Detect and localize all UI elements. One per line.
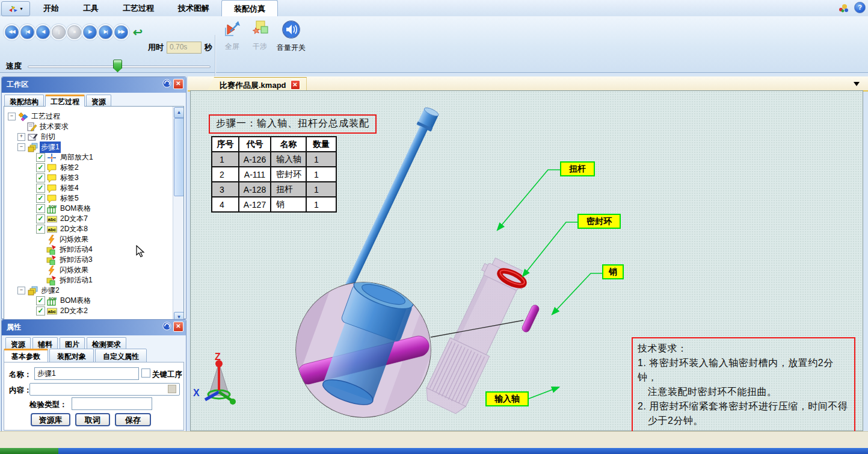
part-label-torsion-bar[interactable]: 扭杆	[560, 161, 595, 176]
ribbon-tab-5[interactable]: 装配仿真	[221, 0, 278, 17]
visibility-checkbox[interactable]: ✓	[36, 214, 45, 223]
tree-item-2D文本2[interactable]: ✓abc2D文本2	[4, 306, 183, 316]
pin-part[interactable]	[521, 304, 540, 334]
tree-item-工艺过程[interactable]: −工艺过程	[4, 111, 183, 122]
ribbon-tab-4[interactable]: 技术图解	[166, 0, 221, 16]
fast-forward-button[interactable]: ▶▶	[114, 25, 128, 39]
content-grip[interactable]	[168, 385, 176, 393]
elapsed-value-field[interactable]: 0.70s	[167, 42, 202, 54]
tree-item-拆卸活动3[interactable]: 拆卸活动3	[4, 255, 183, 265]
volume-toggle-button[interactable]: 音量开关	[274, 20, 309, 53]
pin-panel-icon[interactable]	[162, 79, 171, 88]
tree-item-BOM表格[interactable]: ✓BOMBOM表格	[4, 296, 183, 306]
techreq-icon	[26, 122, 37, 132]
close-panel-icon[interactable]: ✕	[173, 79, 183, 89]
save-button[interactable]: 保存	[115, 413, 151, 426]
collapse-toggle-icon[interactable]: −	[17, 287, 25, 294]
fullscreen-button[interactable]: 全屏	[218, 20, 247, 52]
document-close-icon[interactable]: ✕	[291, 80, 300, 90]
tree-item-label: 步骤2	[40, 285, 61, 296]
tree-item-标签2[interactable]: ✓标签2	[4, 163, 183, 173]
properties-subtab-1[interactable]: 基本参数	[4, 349, 48, 362]
name-input[interactable]	[34, 367, 139, 380]
properties-subtab-3[interactable]: 自定义属性	[95, 349, 147, 362]
part-label-pin[interactable]: 销	[602, 264, 624, 279]
part-label-input-shaft[interactable]: 输入轴	[485, 391, 529, 406]
tree-item-步骤1[interactable]: −步骤1	[4, 142, 183, 152]
inspect-type-input[interactable]	[72, 397, 152, 410]
properties-title: 属性	[7, 323, 21, 331]
stop-button[interactable]: ■	[67, 25, 81, 39]
tree-item-局部放大1[interactable]: ✓局部放大1	[4, 152, 183, 163]
ribbon-tab-3[interactable]: 工艺过程	[111, 0, 166, 16]
part-label-seal-ring[interactable]: 密封环	[577, 214, 621, 229]
content-input[interactable]	[29, 383, 180, 396]
viewport-3d[interactable]: Z X 步骤一：输入轴、扭杆分总成装配 序号代号名称数量 1A-126输入轴12…	[190, 90, 863, 431]
speed-slider-thumb[interactable]	[113, 60, 122, 72]
skip-to-start-button[interactable]: |◀	[20, 25, 34, 39]
visibility-checkbox[interactable]: ✓	[36, 296, 45, 305]
orientation-triad: Z X	[193, 352, 236, 405]
elapsed-unit: 秒	[205, 42, 212, 53]
workspace-tabs: 装配结构工艺过程资源	[2, 93, 186, 106]
tree-item-技术要求[interactable]: 技术要求	[4, 122, 183, 132]
key-process-checkbox[interactable]	[141, 368, 150, 378]
properties-tab-1[interactable]: 资源	[5, 337, 31, 349]
rewind-button[interactable]: ◀◀	[5, 25, 19, 39]
tree-item-步骤2[interactable]: −步骤2	[4, 285, 183, 296]
tree-item-BOM表格[interactable]: ✓BOMBOM表格	[4, 204, 183, 214]
visibility-checkbox[interactable]: ✓	[36, 194, 45, 203]
pin-panel-icon[interactable]	[162, 322, 171, 331]
close-panel-icon[interactable]: ✕	[173, 322, 183, 332]
tree-scrollbar[interactable]: ▲ ▼	[173, 107, 183, 323]
workspace-tab-2[interactable]: 工艺过程	[45, 95, 85, 107]
pause-button[interactable]: ||	[52, 25, 66, 39]
volume-icon	[282, 20, 301, 39]
properties-tab-3[interactable]: 图片	[60, 337, 85, 349]
visibility-checkbox[interactable]: ✓	[36, 153, 45, 162]
tree-item-2D文本7[interactable]: ✓abc2D文本7	[4, 214, 183, 224]
visibility-checkbox[interactable]: ✓	[36, 306, 45, 316]
scroll-up-icon[interactable]: ▲	[174, 107, 184, 118]
ribbon-tab-1[interactable]: 开始	[31, 0, 71, 16]
expand-toggle-icon[interactable]: +	[17, 133, 25, 141]
interference-button[interactable]: 干涉	[245, 20, 274, 52]
properties-tab-2[interactable]: 辅料	[32, 337, 58, 349]
tree-item-闪烁效果[interactable]: 闪烁效果	[4, 265, 183, 275]
workspace-tab-1[interactable]: 装配结构	[4, 95, 44, 107]
step-back-button[interactable]: ◀	[36, 25, 50, 39]
language-icon[interactable]	[837, 3, 851, 13]
play-button[interactable]: ▶	[83, 25, 97, 39]
tree-item-标签5[interactable]: ✓标签5	[4, 193, 183, 204]
tree-item-拆卸活动1[interactable]: 拆卸活动1	[4, 275, 183, 285]
tab-list-dropdown-icon[interactable]	[854, 82, 860, 89]
tree-item-标签3[interactable]: ✓标签3	[4, 173, 183, 183]
collapse-toggle-icon[interactable]: −	[17, 143, 25, 151]
basic-params-form: 名称： 关键工序 内容： 检验类型： 资源库 取词 保存	[4, 362, 184, 431]
visibility-checkbox[interactable]: ✓	[36, 184, 45, 193]
skip-to-end-button[interactable]: ▶|	[99, 25, 112, 39]
visibility-checkbox[interactable]: ✓	[36, 163, 45, 172]
help-button[interactable]: ?	[854, 2, 866, 13]
visibility-checkbox[interactable]: ✓	[36, 173, 45, 182]
collapse-toggle-icon[interactable]: −	[8, 113, 16, 120]
tree-item-label: 步骤1	[40, 141, 61, 153]
tree-item-剖切[interactable]: +剖切	[4, 132, 183, 142]
ribbon-tab-2[interactable]: 工具	[71, 0, 111, 16]
properties-subtab-2[interactable]: 装配对象	[49, 349, 94, 362]
properties-tab-4[interactable]: 检测要求	[87, 337, 126, 349]
workspace-tab-3[interactable]: 资源	[86, 95, 111, 107]
tree-item-标签4[interactable]: ✓标签4	[4, 183, 183, 193]
app-menu-button[interactable]: ▾	[1, 1, 30, 16]
tree-item-2D文本8[interactable]: ✓abc2D文本8	[4, 224, 183, 234]
visibility-checkbox[interactable]: ✓	[36, 204, 45, 213]
visibility-checkbox[interactable]: ✓	[36, 225, 45, 234]
resource-library-button[interactable]: 资源库	[31, 413, 70, 426]
bom-header-cell: 数量	[306, 137, 336, 152]
tree-item-闪烁效果[interactable]: 闪烁效果	[4, 234, 183, 244]
scroll-thumb[interactable]	[174, 118, 184, 196]
replay-button[interactable]: ↩	[130, 26, 146, 39]
pick-word-button[interactable]: 取词	[75, 413, 110, 426]
tree-item-拆卸活动4[interactable]: 拆卸活动4	[4, 244, 183, 255]
abc-icon: abc	[47, 214, 57, 224]
